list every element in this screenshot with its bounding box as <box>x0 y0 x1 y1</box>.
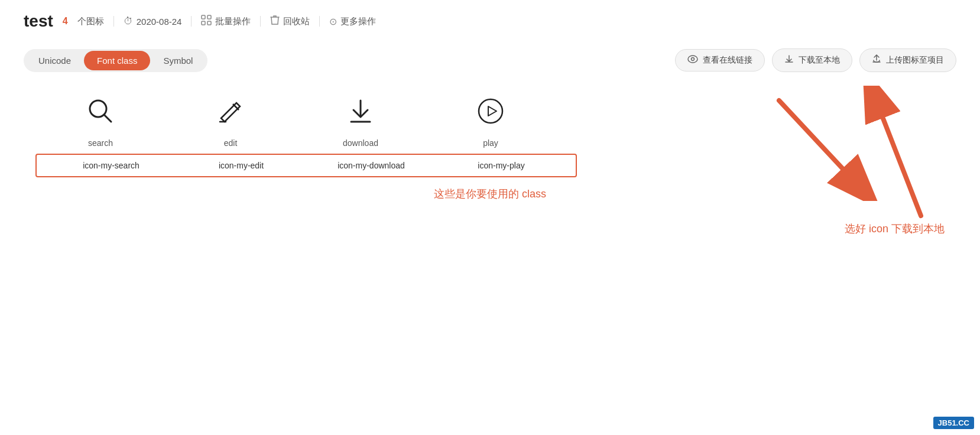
svg-line-16 <box>880 109 921 216</box>
upload-icon-button[interactable]: 上传图标至项目 <box>859 48 956 72</box>
header-trash-item[interactable]: 回收站 <box>270 15 310 28</box>
svg-rect-0 <box>202 15 205 19</box>
icon-name-download: download <box>343 138 378 148</box>
svg-line-7 <box>104 115 111 122</box>
download-local-button[interactable]: 下载至本地 <box>772 48 852 72</box>
icon-item-play: play <box>426 96 556 148</box>
header-divider2 <box>191 16 192 27</box>
download-glyph <box>345 96 376 131</box>
svg-rect-3 <box>207 21 211 25</box>
header: test 4 个图标 ⏱ 2020-08-24 批量操作 <box>24 12 956 31</box>
class-names-box: icon-my-search icon-my-edit icon-my-down… <box>35 154 577 177</box>
batch-icon <box>201 15 212 28</box>
icon-count: 4 <box>63 16 68 27</box>
download-icon <box>784 54 794 66</box>
icon-count-label: 个图标 <box>77 16 104 27</box>
toolbar: Unicode Font class Symbol 查看在线链接 下载至本地 <box>24 48 956 72</box>
arrow-svg-2 <box>826 86 945 233</box>
class-play: icon-my-play <box>436 161 566 170</box>
play-glyph <box>475 96 506 131</box>
arrow-container: 选好 icon 下载到本地 <box>826 86 945 236</box>
class-edit: icon-my-edit <box>176 161 306 170</box>
upload-icon-label: 上传图标至项目 <box>886 55 944 66</box>
trash-label: 回收站 <box>283 16 310 27</box>
icon-item-search: search <box>35 96 166 148</box>
svg-point-11 <box>479 99 502 123</box>
tab-symbol[interactable]: Symbol <box>150 51 206 70</box>
download-local-label: 下载至本地 <box>799 55 840 66</box>
class-download: icon-my-download <box>306 161 436 170</box>
eye-icon <box>687 55 698 66</box>
icon-name-edit: edit <box>224 138 238 148</box>
view-online-label: 查看在线链接 <box>703 55 752 66</box>
edit-glyph <box>215 96 246 131</box>
header-date: 2020-08-24 <box>137 17 182 27</box>
clock-icon: ⏱ <box>124 16 133 27</box>
more-label: 更多操作 <box>340 16 376 27</box>
header-date-item[interactable]: ⏱ 2020-08-24 <box>124 16 182 27</box>
more-icon: ⊙ <box>329 16 337 27</box>
header-divider3 <box>260 16 261 27</box>
batch-label: 批量操作 <box>215 16 251 27</box>
header-batch-item[interactable]: 批量操作 <box>201 15 251 28</box>
search-glyph <box>85 96 116 131</box>
icon-name-search: search <box>88 138 113 148</box>
icons-display-area: search edit download <box>24 96 956 148</box>
tab-group: Unicode Font class Symbol <box>24 49 207 72</box>
annotation-text: 选好 icon 下载到本地 <box>845 222 945 236</box>
main-container: test 4 个图标 ⏱ 2020-08-24 批量操作 <box>0 0 980 435</box>
upload-icon <box>872 54 881 66</box>
icon-item-edit: edit <box>166 96 296 148</box>
view-online-button[interactable]: 查看在线链接 <box>675 49 765 72</box>
svg-point-4 <box>688 56 697 63</box>
icon-name-play: play <box>483 138 498 148</box>
tab-unicode[interactable]: Unicode <box>25 51 84 70</box>
svg-point-5 <box>692 58 695 61</box>
header-divider <box>113 16 114 27</box>
header-divider4 <box>319 16 320 27</box>
icon-item-download: download <box>296 96 426 148</box>
svg-rect-2 <box>202 21 205 25</box>
header-more-item[interactable]: ⊙ 更多操作 <box>329 16 376 27</box>
page-title: test <box>24 12 53 31</box>
watermark: JB51.CC <box>933 417 974 429</box>
tab-fontclass[interactable]: Font class <box>84 51 150 70</box>
trash-icon <box>270 15 280 28</box>
description-text: 这些是你要使用的 class <box>24 187 956 201</box>
svg-rect-1 <box>207 15 211 19</box>
class-search: icon-my-search <box>46 161 176 170</box>
